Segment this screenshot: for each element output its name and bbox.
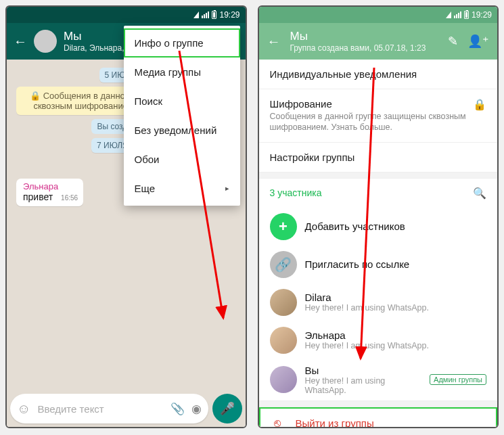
menu-label: Обои bbox=[135, 154, 160, 165]
wifi-icon bbox=[193, 12, 199, 18]
menu-label: Инфо о группе bbox=[135, 37, 204, 49]
menu-more[interactable]: Еще ▸ bbox=[124, 174, 240, 203]
screen-chat: 19:29 ← Мы Dilara, Эльнара, Вы 5 ИЮЛЯ 20… bbox=[5, 5, 247, 428]
participant-row[interactable]: Эльнара Hey there! I am using WhatsApp. bbox=[259, 321, 498, 359]
row-leave-group[interactable]: ⎋ Выйти из группы bbox=[259, 407, 498, 428]
mic-icon: 🎤 bbox=[220, 401, 235, 416]
avatar bbox=[270, 366, 297, 393]
status-time: 19:29 bbox=[472, 10, 492, 20]
participant-name: Эльнара bbox=[305, 329, 487, 341]
group-title: Мы bbox=[290, 30, 439, 43]
group-info-content: Индивидуальные уведомления Шифрование Со… bbox=[259, 60, 498, 427]
participants-count: 3 участника bbox=[270, 187, 322, 198]
avatar bbox=[270, 327, 297, 354]
search-icon[interactable]: 🔍 bbox=[473, 187, 486, 200]
admin-badge: Админ группы bbox=[430, 374, 486, 385]
screen-group-info: 19:29 ← Мы Группа создана вами, 05.07.18… bbox=[258, 5, 499, 428]
participant-status: Hey there! I am using WhatsApp. bbox=[305, 341, 487, 350]
menu-label: Без уведомлений bbox=[135, 124, 217, 136]
battery-icon bbox=[212, 11, 216, 19]
participant-name: Вы bbox=[305, 365, 422, 376]
menu-label: Еще bbox=[135, 183, 156, 194]
row-group-settings[interactable]: Настройки группы bbox=[259, 143, 498, 172]
row-label: Настройки группы bbox=[270, 152, 355, 163]
row-add-participants[interactable]: + Добавить участников bbox=[259, 208, 498, 246]
emoji-icon[interactable]: ☺ bbox=[17, 401, 30, 417]
link-icon: 🔗 bbox=[270, 251, 297, 278]
attach-icon[interactable]: 📎 bbox=[170, 402, 185, 416]
header-title-block: Мы Группа создана вами, 05.07.18, 1:23 bbox=[290, 30, 439, 53]
status-bar: 19:29 bbox=[259, 7, 498, 23]
add-icon: + bbox=[270, 213, 297, 240]
menu-group-media[interactable]: Медиа группы bbox=[124, 58, 240, 87]
lock-icon: 🔒 bbox=[473, 98, 486, 111]
row-encryption[interactable]: Шифрование Сообщения в данной группе защ… bbox=[259, 89, 498, 142]
participants-header: 3 участника 🔍 bbox=[259, 179, 498, 208]
participant-name: Dilara bbox=[305, 292, 487, 303]
section-gap bbox=[259, 172, 498, 179]
menu-wallpaper[interactable]: Обои bbox=[124, 145, 240, 174]
participant-row[interactable]: Dilara Hey there! I am using WhatsApp. bbox=[259, 283, 498, 321]
input-placeholder: Введите текст bbox=[37, 403, 163, 415]
row-label: Шифрование bbox=[270, 98, 467, 110]
camera-icon[interactable]: ◉ bbox=[191, 402, 202, 416]
group-info-header: ← Мы Группа создана вами, 05.07.18, 1:23… bbox=[259, 23, 498, 60]
menu-mute[interactable]: Без уведомлений bbox=[124, 116, 240, 145]
signal-icon bbox=[202, 12, 209, 18]
mic-button[interactable]: 🎤 bbox=[212, 394, 242, 423]
message-sender: Эльнара bbox=[23, 181, 78, 191]
participant-row[interactable]: Вы Hey there! I am using WhatsApp. Админ… bbox=[259, 359, 498, 400]
message-incoming[interactable]: Эльнара привет 16:56 bbox=[16, 179, 83, 206]
menu-search[interactable]: Поиск bbox=[124, 87, 240, 116]
participant-status: Hey there! I am using WhatsApp. bbox=[305, 303, 487, 313]
row-sublabel: Сообщения в данной группе защищены сквоз… bbox=[270, 111, 467, 133]
status-time: 19:29 bbox=[219, 10, 239, 20]
menu-group-info[interactable]: Инфо о группе bbox=[124, 28, 240, 58]
group-avatar[interactable] bbox=[34, 30, 57, 53]
message-input[interactable]: ☺ Введите текст 📎 ◉ bbox=[10, 394, 208, 423]
menu-label: Медиа группы bbox=[135, 66, 202, 78]
input-bar: ☺ Введите текст 📎 ◉ 🎤 bbox=[10, 394, 242, 423]
back-icon[interactable]: ← bbox=[267, 34, 281, 49]
overflow-menu: Инфо о группе Медиа группы Поиск Без уве… bbox=[124, 26, 240, 206]
wifi-icon bbox=[446, 12, 451, 18]
row-label: Пригласить по ссылке bbox=[305, 258, 487, 270]
row-label: Индивидуальные уведомления bbox=[270, 68, 417, 80]
row-individual-notifications[interactable]: Индивидуальные уведомления bbox=[259, 60, 498, 89]
avatar bbox=[270, 289, 297, 316]
group-created: Группа создана вами, 05.07.18, 1:23 bbox=[290, 43, 439, 53]
row-invite-link[interactable]: 🔗 Пригласить по ссылке bbox=[259, 246, 498, 283]
back-icon[interactable]: ← bbox=[14, 34, 27, 49]
battery-icon bbox=[464, 11, 469, 19]
row-label: Выйти из группы bbox=[296, 417, 374, 427]
section-gap bbox=[259, 400, 498, 407]
signal-icon bbox=[454, 12, 461, 18]
status-bar: 19:29 bbox=[7, 7, 246, 23]
add-member-icon[interactable]: 👤⁺ bbox=[467, 34, 489, 49]
message-time: 16:56 bbox=[61, 194, 78, 202]
message-text: привет bbox=[23, 191, 53, 202]
menu-label: Поиск bbox=[135, 95, 163, 107]
caret-right-icon: ▸ bbox=[225, 184, 229, 193]
edit-icon[interactable]: ✎ bbox=[448, 34, 458, 49]
participant-status: Hey there! I am using WhatsApp. bbox=[305, 376, 422, 395]
exit-icon: ⎋ bbox=[270, 417, 285, 428]
row-label: Добавить участников bbox=[305, 221, 487, 232]
